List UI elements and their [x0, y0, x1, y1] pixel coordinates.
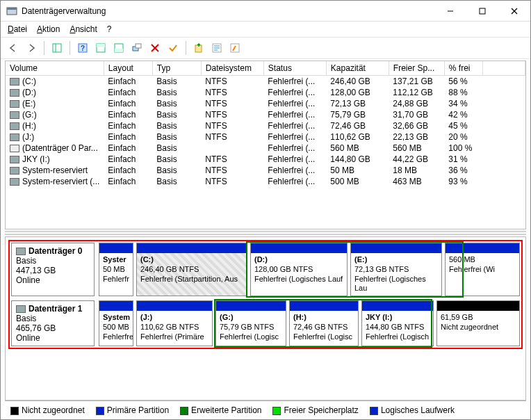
volume-row[interactable]: (G:)EinfachBasisNTFSFehlerfrei (...75,79… [6, 109, 525, 120]
drive-icon [10, 145, 19, 152]
disk-row-1: Datenträger 1 Basis 465,76 GB Online Sys… [11, 300, 520, 346]
apply-button[interactable] [165, 40, 181, 56]
forward-button[interactable] [23, 40, 40, 56]
partition-d1-unallocated[interactable]: 61,59 GBNicht zugeordnet [436, 300, 520, 346]
splitter[interactable] [5, 231, 526, 235]
drive-icon [10, 167, 19, 175]
volume-row[interactable]: JKY (I:)EinfachBasisNTFSFehlerfrei (...1… [6, 154, 525, 165]
col-empty[interactable] [482, 61, 525, 76]
toolbar-separator [186, 41, 186, 55]
drive-icon [10, 89, 19, 97]
col-pctfree[interactable]: % frei [444, 61, 482, 76]
svg-rect-3 [480, 8, 485, 14]
disk-icon [16, 248, 26, 255]
disk-row-0: Datenträger 0 Basis 447,13 GB Online Sys… [11, 243, 520, 296]
svg-rect-1 [7, 8, 17, 10]
drive-icon [10, 122, 19, 130]
legend-freespace: Freier Speicherplatz [272, 405, 358, 415]
window-title: Datenträgerverwaltung [22, 6, 434, 16]
properties-button[interactable] [209, 40, 225, 56]
col-status[interactable]: Status [263, 61, 326, 76]
view-top-button[interactable] [92, 40, 109, 56]
volume-row[interactable]: (E:)EinfachBasisNTFSFehlerfrei (...72,13… [6, 98, 525, 109]
disk1-partitions: System500 MBFehlerfre (J:)110,62 GB NTFS… [99, 300, 520, 346]
col-type[interactable]: Typ [152, 61, 201, 76]
column-header-row: Volume Layout Typ Dateisystem Status Kap… [6, 61, 525, 76]
menu-bar: Datei Aktion Ansicht ? [1, 22, 530, 37]
partition-d0-recovery[interactable]: 560 MBFehlerfrei (Wi [445, 243, 520, 296]
delete-button[interactable] [147, 40, 163, 56]
drive-icon [10, 111, 19, 119]
volume-row[interactable]: (D:)EinfachBasisNTFSFehlerfrei (...128,0… [6, 87, 525, 98]
content-area: Volume Layout Typ Dateisystem Status Kap… [1, 59, 530, 419]
partition-d1-j[interactable]: (J:)110,62 GB NTFSFehlerfrei (Primäre [136, 300, 213, 346]
volume-row[interactable]: (H:)EinfachBasisNTFSFehlerfrei (...72,46… [6, 120, 525, 131]
app-icon [6, 6, 17, 17]
col-capacity[interactable]: Kapazität [326, 61, 389, 76]
disk0-partitions: Syster50 MBFehlerfr (C:)246,40 GB NTFSFe… [99, 243, 520, 296]
col-filesystem[interactable]: Dateisystem [201, 61, 263, 76]
partition-d0-e[interactable]: (E:)72,13 GB NTFSFehlerfrei (Logisches L… [350, 243, 442, 296]
drive-icon [10, 100, 19, 108]
highlighted-disk-group: Datenträger 0 Basis 447,13 GB Online Sys… [8, 240, 523, 349]
show-hide-console-tree-button[interactable] [49, 40, 65, 56]
svg-rect-15 [136, 44, 141, 48]
partition-d0-system[interactable]: Syster50 MBFehlerfr [99, 243, 133, 296]
legend: Nicht zugeordnet Primäre Partition Erwei… [5, 401, 526, 419]
menu-help[interactable]: ? [107, 24, 112, 34]
partition-d1-h[interactable]: (H:)72,46 GB NTFSFehlerfrei (Logisc [289, 300, 359, 346]
close-button[interactable] [498, 1, 530, 22]
disk-header-1[interactable]: Datenträger 1 Basis 465,76 GB Online [11, 300, 95, 346]
app-window: Datenträgerverwaltung Datei Aktion Ansic… [0, 0, 531, 420]
partition-d1-system[interactable]: System500 MBFehlerfre [99, 300, 133, 346]
back-button[interactable] [5, 40, 22, 56]
drive-icon [10, 156, 19, 163]
legend-primary: Primäre Partition [96, 405, 169, 415]
menu-action[interactable]: Aktion [37, 24, 60, 34]
minimize-button[interactable] [434, 1, 466, 22]
toolbar-separator [44, 41, 44, 55]
menu-view[interactable]: Ansicht [70, 24, 97, 34]
drive-icon [10, 78, 19, 86]
legend-unallocated: Nicht zugeordnet [10, 405, 85, 415]
drive-icon [10, 178, 19, 186]
volume-row[interactable]: System-reserviertEinfachBasisNTFSFehlerf… [6, 165, 525, 176]
partition-d1-i[interactable]: JKY (I:)144,80 GB NTFSFehlerfrei (Logisc… [361, 300, 434, 346]
svg-rect-13 [115, 49, 123, 52]
svg-rect-6 [53, 44, 61, 52]
disk-header-0[interactable]: Datenträger 0 Basis 447,13 GB Online [11, 243, 95, 296]
view-bottom-button[interactable] [111, 40, 127, 56]
help-button[interactable]: ? [74, 40, 91, 56]
partition-d0-c[interactable]: (C:)246,40 GB NTFSFehlerfrei (Startparti… [136, 243, 247, 296]
settings-button[interactable] [129, 40, 145, 56]
disk-graphical-view: Datenträger 0 Basis 447,13 GB Online Sys… [5, 236, 526, 401]
wizard-button[interactable] [227, 40, 243, 56]
menu-file[interactable]: Datei [8, 24, 27, 34]
volume-row[interactable]: System-reserviert (...EinfachBasisNTFSFe… [6, 176, 525, 187]
title-bar: Datenträgerverwaltung [1, 1, 530, 22]
volume-list[interactable]: Volume Layout Typ Dateisystem Status Kap… [5, 60, 526, 229]
refresh-button[interactable] [190, 40, 207, 56]
svg-rect-11 [97, 44, 105, 47]
legend-extended: Erweiterte Partition [180, 405, 261, 415]
svg-text:?: ? [81, 45, 85, 52]
partition-d0-d[interactable]: (D:)128,00 GB NTFSFehlerfrei (Logisches … [250, 243, 348, 296]
toolbar: ? [1, 37, 530, 59]
volume-row[interactable]: (Datenträger 0 Par...EinfachBasisFehlerf… [6, 143, 525, 154]
volume-row[interactable]: (C:)EinfachBasisNTFSFehlerfrei (...246,4… [6, 76, 525, 88]
legend-logical: Logisches Laufwerk [370, 405, 455, 415]
drive-icon [10, 134, 19, 141]
maximize-button[interactable] [466, 1, 498, 22]
disk-icon [16, 305, 26, 313]
partition-d1-g[interactable]: (G:)75,79 GB NTFSFehlerfrei (Logisc [215, 300, 286, 346]
toolbar-separator [70, 41, 70, 55]
col-volume[interactable]: Volume [6, 61, 104, 76]
col-layout[interactable]: Layout [104, 61, 152, 76]
volume-row[interactable]: (J:)EinfachBasisNTFSFehlerfrei (...110,6… [6, 131, 525, 143]
col-free[interactable]: Freier Sp... [389, 61, 444, 76]
